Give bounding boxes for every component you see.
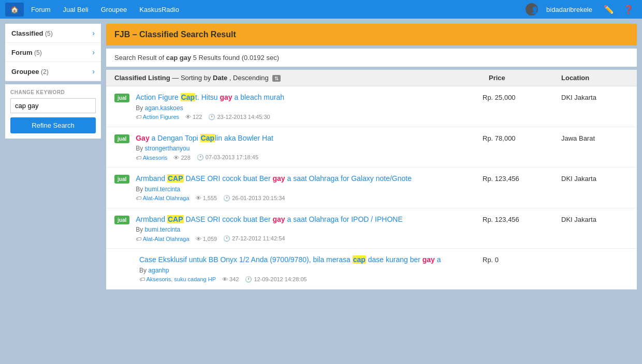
title-text: DASE ORI cocok buat Ber [184, 174, 273, 183]
listing-category: 🏷 Aksesoris, suku cadang HP [139, 276, 216, 282]
help-icon[interactable]: ❓ [620, 3, 637, 17]
home-button[interactable]: 🏠 [5, 3, 24, 17]
highlight-cap: Cap [181, 93, 195, 101]
classified-count: (5) [45, 30, 53, 37]
seller-link[interactable]: bumi.tercinta [145, 226, 181, 233]
summary-count: 5 Results found (0.0192 sec) [193, 54, 279, 62]
forum-count: (5) [34, 49, 42, 56]
title-text: a saat Olahraga for Galaxy note/Gnote [285, 174, 412, 183]
listing-category: 🏷 Alat-Alat Olahraga [136, 195, 189, 201]
list-item: jual Gay a Dengan Topi Caplin aka Bowler… [106, 127, 637, 168]
listings-container: jual Action Figure Capt. Hitsu gay a ble… [106, 86, 637, 290]
listing-date: 27-12-2012 11:42:54 [223, 235, 285, 242]
keyword-input[interactable] [10, 98, 96, 113]
listing-views: 342 [222, 276, 239, 282]
listing-header: Classified Listing — Sorting by Date , D… [106, 70, 637, 86]
listing-title-link[interactable]: Gay a Dengan Topi Caplin aka Bowler Hat [136, 134, 273, 142]
title-text: Armband [136, 215, 167, 223]
listing-location: Jawa Barat [561, 133, 629, 142]
listing-location: DKI Jakarta [561, 174, 629, 183]
listing-by: By strongerthanyou [136, 145, 476, 152]
listing-category: 🏷 Action Figures [136, 114, 179, 120]
jual-badge: jual [114, 175, 129, 184]
listing-body: Action Figure Capt. Hitsu gay a bleach m… [136, 93, 476, 120]
sidebar-filter-section: Classified (5) › Forum (5) › Groupee (2)… [5, 24, 101, 81]
title-text: a bleach murah [232, 93, 284, 101]
category-link[interactable]: Action Figures [143, 114, 179, 120]
title-text: Case Eksklusif untuk BB Onyx 1/2 Anda (9… [139, 255, 353, 264]
refine-search-button[interactable]: Refine Search [10, 117, 96, 133]
listing-body: Case Eksklusif untuk BB Onyx 1/2 Anda (9… [139, 255, 476, 283]
nav-kaskus-radio[interactable]: KaskusRadio [134, 3, 184, 17]
list-item: jual Armband CAP DASE ORI cocok buat Ber… [106, 168, 637, 208]
sidebar: Classified (5) › Forum (5) › Groupee (2)… [5, 24, 101, 290]
title-text: DASE ORI cocok buat Ber [184, 215, 273, 223]
listing-price: Rp. 0 [483, 255, 555, 264]
sort-order: , Descending [229, 74, 269, 82]
title-text: t. Hitsu [195, 93, 220, 101]
highlight-cap: CAP [167, 174, 184, 183]
nav-jual-beli[interactable]: Jual Beli [58, 3, 94, 17]
forum-label: Forum [11, 49, 32, 56]
jual-badge: jual [114, 216, 129, 224]
listing-meta: 🏷 Action Figures 122 23-12-2013 14:45:30 [136, 114, 476, 120]
listing-location: DKI Jakarta [561, 93, 629, 101]
location-column-header: Location [561, 74, 629, 82]
seller-link[interactable]: strongerthanyou [145, 145, 190, 152]
seller-link[interactable]: aganhp [148, 267, 169, 274]
highlight-gay: Gay [136, 134, 149, 142]
highlight-gay: gay [272, 174, 285, 183]
main-layout: Classified (5) › Forum (5) › Groupee (2)… [0, 19, 642, 295]
listing-meta: 🏷 Aksesoris, suku cadang HP 342 12-09-20… [139, 276, 476, 283]
sort-field: Date [213, 74, 227, 82]
sidebar-item-forum[interactable]: Forum (5) › [5, 43, 101, 62]
sort-toggle-icon[interactable]: ⇅ [272, 75, 281, 82]
list-item: jual Armband CAP DASE ORI cocok buat Ber… [106, 208, 637, 249]
listing-title-link[interactable]: Case Eksklusif untuk BB Onyx 1/2 Anda (9… [139, 255, 441, 264]
classified-label: Classified [11, 29, 43, 37]
seller-link[interactable]: bumi.tercinta [145, 186, 181, 193]
groupee-label: Groupee [11, 68, 39, 75]
category-link[interactable]: Alat-Alat Olahraga [143, 195, 189, 201]
result-summary: Search Result of cap gay 5 Results found… [106, 49, 637, 67]
groupee-count: (2) [41, 68, 49, 75]
edit-icon[interactable]: ✏️ [601, 3, 617, 17]
listing-location: DKI Jakarta [561, 215, 629, 223]
change-keyword-label: CHANGE KEYWORD [10, 89, 96, 95]
nav-right: 👤 bidadaribrekele ✏️ ❓ [526, 3, 637, 17]
listing-title-link[interactable]: Armband CAP DASE ORI cocok buat Ber gay … [136, 174, 412, 183]
highlight-gay: gay [272, 215, 285, 223]
sidebar-item-classified[interactable]: Classified (5) › [5, 24, 101, 43]
title-text: Action Figure [136, 93, 180, 101]
nav-groupee[interactable]: Groupee [96, 3, 133, 17]
price-column-header: Price [489, 74, 561, 82]
listing-price: Rp. 123,456 [483, 215, 555, 223]
jual-badge: jual [114, 94, 129, 102]
listing-by: By aganhp [139, 267, 476, 274]
listing-category: 🏷 Aksesoris [136, 155, 167, 161]
highlight-cap: cap [353, 255, 366, 264]
listing-views: 228 [173, 155, 190, 161]
listing-title-link[interactable]: Action Figure Capt. Hitsu gay a bleach m… [136, 93, 284, 101]
title-text: Armband [136, 174, 167, 183]
nav-forum[interactable]: Forum [26, 3, 56, 17]
highlight-gay: gay [220, 93, 232, 101]
highlight-gay: gay [422, 255, 435, 264]
category-link[interactable]: Aksesoris [146, 276, 171, 282]
list-item: Case Eksklusif untuk BB Onyx 1/2 Anda (9… [106, 249, 637, 290]
summary-prefix: Search Result of [114, 54, 166, 62]
listing-views: 122 [185, 114, 202, 120]
listing-price: Rp. 123,456 [483, 174, 555, 183]
seller-link[interactable]: agan.kaskoes [145, 104, 183, 112]
category-link[interactable]: Alat-Alat Olahraga [143, 236, 189, 242]
listing-by: By agan.kaskoes [136, 104, 476, 112]
category-link[interactable]: Aksesoris [143, 155, 168, 161]
listing-title-link[interactable]: Armband CAP DASE ORI cocok buat Ber gay … [136, 215, 403, 223]
category-link[interactable]: suku cadang HP [174, 276, 216, 282]
listing-title: Action Figure Capt. Hitsu gay a bleach m… [136, 93, 476, 103]
change-keyword-section: CHANGE KEYWORD Refine Search [5, 84, 101, 139]
main-content: FJB – Classified Search Result Search Re… [106, 24, 637, 290]
listing-date: 07-03-2013 17:18:45 [197, 154, 258, 161]
listing-meta: 🏷 Alat-Alat Olahraga 1,555 26-01-2013 20… [136, 195, 476, 202]
sidebar-item-groupee[interactable]: Groupee (2) › [5, 62, 101, 81]
